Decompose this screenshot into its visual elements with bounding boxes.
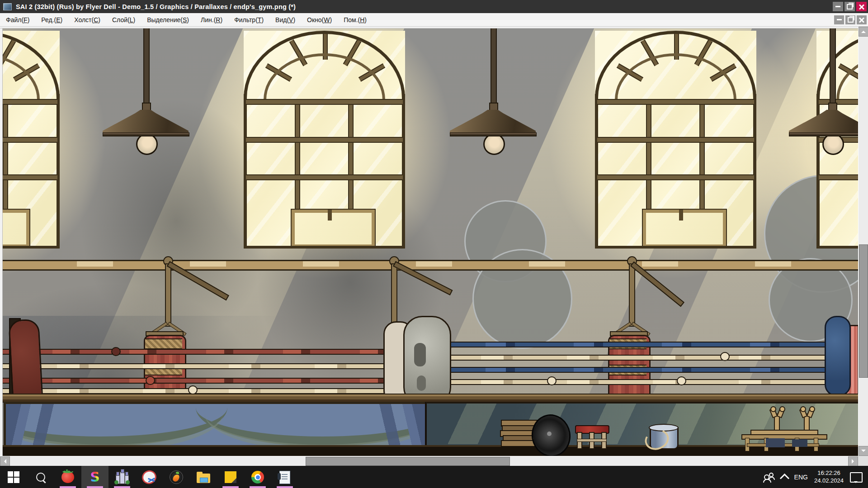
system-tray: ENG 16:22:26 24.02.2024 (763, 469, 868, 485)
scroll-down-button[interactable] (859, 446, 868, 456)
frame-right (57, 94, 60, 249)
folder-icon (197, 474, 210, 483)
gym-window (0, 31, 60, 249)
taskbar-item-explorer[interactable] (190, 466, 217, 488)
tomato-app-icon (61, 471, 74, 483)
lamp-bulb (483, 133, 505, 155)
lamp-rod (491, 27, 497, 104)
taskbar-item-sai2[interactable]: S (81, 466, 108, 488)
search-icon (36, 473, 45, 482)
restore-button[interactable] (844, 2, 855, 11)
ring-rope-blue-side (427, 379, 858, 385)
running-indicator (250, 486, 266, 488)
running-indicator (87, 486, 103, 488)
start-button[interactable] (0, 466, 27, 488)
notepad-icon (279, 471, 290, 484)
muntin-rail (246, 99, 403, 105)
castle-game-icon (115, 470, 129, 484)
scroll-up-button[interactable] (859, 27, 868, 37)
vertical-scroll-thumb[interactable] (859, 244, 868, 378)
taskbar-search-button[interactable] (27, 466, 54, 488)
bench-knob (800, 406, 806, 412)
menu-selection[interactable]: Выделение(S) (141, 13, 195, 26)
lamp-shade (450, 110, 536, 134)
rope-knob (111, 347, 121, 356)
muntin-rail (0, 174, 57, 180)
taskbar-item-sticky-notes[interactable] (217, 466, 244, 488)
horizontal-scrollbar[interactable] (0, 456, 858, 466)
close-icon (859, 17, 864, 23)
bench-knob (779, 406, 785, 412)
frame-right (753, 94, 756, 249)
muntin-rail (597, 174, 754, 180)
muntin-vertical (348, 103, 354, 211)
menu-bar: Файл(F) Ред.(E) Холст(C) Слой(L) Выделен… (0, 13, 868, 27)
rope-knob (146, 376, 155, 385)
app-icon (3, 3, 12, 10)
muntin-rail (246, 174, 403, 180)
window-title: SAI 2 (32bit) (Rus) by Flyer Dell - Demo… (16, 3, 296, 10)
lamp-bulb (822, 133, 844, 155)
menu-ruler[interactable]: Лин.(R) (195, 13, 228, 26)
frame-bottom (0, 246, 60, 249)
language-indicator[interactable]: ENG (794, 474, 808, 481)
close-button[interactable] (856, 2, 867, 11)
minimize-button[interactable] (833, 2, 843, 11)
ring-rope-red-side (3, 363, 410, 369)
chrome-icon (251, 471, 264, 483)
minimize-icon (835, 6, 840, 7)
canvas-artwork[interactable] (0, 27, 858, 456)
gym-window (244, 31, 405, 249)
frame-bottom (595, 246, 756, 249)
windows-logo-icon (8, 471, 19, 483)
people-icon[interactable] (763, 473, 775, 482)
left-arrow-icon (2, 459, 6, 464)
lamp-bulb (136, 133, 158, 155)
close-icon (859, 4, 864, 9)
menu-edit[interactable]: Ред.(E) (35, 13, 68, 26)
doc-restore-button[interactable] (845, 15, 855, 24)
vertical-scrollbar[interactable] (858, 27, 868, 456)
horizontal-scroll-thumb[interactable] (306, 457, 510, 466)
taskbar-item-fl-studio[interactable] (163, 466, 190, 488)
stand-pole (629, 263, 635, 327)
menu-layer[interactable]: Слой(L) (106, 13, 141, 26)
taskbar-item-tomato-app[interactable] (54, 466, 81, 488)
sticky-note-icon (225, 471, 236, 483)
clock[interactable]: 16:22:26 24.02.2024 (814, 469, 844, 485)
taskbar-item-castle-game[interactable] (108, 466, 136, 488)
doc-close-button[interactable] (857, 15, 867, 24)
doc-minimize-button[interactable] (834, 15, 844, 24)
taskbar-item-chrome[interactable] (244, 466, 271, 488)
muntin-vertical (699, 103, 705, 211)
scroll-left-button[interactable] (0, 456, 10, 466)
menu-window[interactable]: Окно(W) (301, 13, 338, 26)
bench-box (766, 438, 785, 447)
frame-bottom (244, 246, 405, 249)
sash-pane (0, 210, 29, 248)
taskbar-item-notepad[interactable] (271, 466, 298, 488)
muntin-vertical (295, 103, 300, 211)
stand-pole (391, 263, 397, 327)
muntin-rail (597, 137, 754, 143)
lamp-rod (143, 27, 150, 104)
menu-filter[interactable]: Фильтр(T) (228, 13, 269, 26)
taskbar: S ENG 16:22:26 24.02.2024 (0, 466, 868, 488)
action-center-icon[interactable] (850, 472, 863, 483)
frame-left (244, 94, 247, 249)
gym-window (595, 31, 756, 249)
menu-file[interactable]: Файл(F) (0, 13, 35, 26)
title-bar: SAI 2 (32bit) (Rus) by Flyer Dell - Demo… (0, 0, 868, 13)
menu-view[interactable]: Вид(V) (269, 13, 301, 26)
weight-hub (547, 432, 552, 436)
taskbar-item-plate-scissors[interactable] (136, 466, 163, 488)
rope-knob (677, 376, 686, 385)
menu-canvas[interactable]: Холст(C) (68, 13, 106, 26)
scrollbar-corner (858, 456, 868, 466)
menu-help[interactable]: Пом.(H) (338, 13, 373, 26)
scroll-right-button[interactable] (848, 456, 858, 466)
running-indicator (277, 486, 293, 488)
muntin-rail (0, 137, 57, 143)
frame-bottom (816, 246, 858, 249)
tray-expand-icon[interactable] (779, 474, 789, 483)
